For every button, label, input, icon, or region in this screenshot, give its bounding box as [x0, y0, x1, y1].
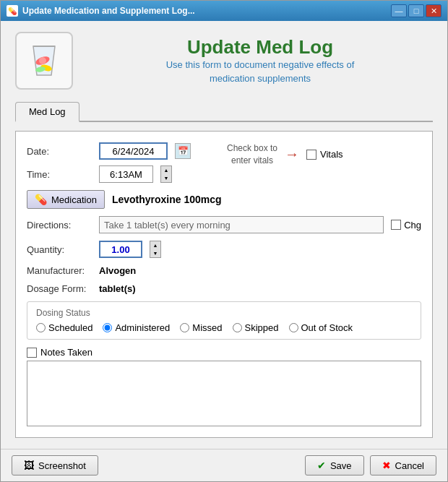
radio-missed-input[interactable] [180, 323, 189, 332]
dosing-radio-row: Scheduled Administered Missed Skipped [36, 322, 412, 333]
window-controls: — □ ✕ [391, 4, 441, 17]
chg-checkbox-label[interactable]: Chg [391, 220, 421, 231]
notes-section: Notes Taken [27, 347, 421, 426]
header-subtitle: Use this form to document negative effec… [166, 59, 355, 85]
tab-med-log[interactable]: Med Log [15, 102, 79, 122]
cancel-button[interactable]: ✖ Cancel [370, 455, 436, 475]
medication-button[interactable]: 💊 Medication [27, 190, 105, 209]
radio-out-of-stock-input[interactable] [289, 323, 298, 332]
time-input[interactable] [99, 165, 153, 183]
notes-taken-checkbox[interactable] [27, 348, 37, 358]
dosage-form-label: Dosage Form: [27, 283, 92, 294]
chg-checkbox[interactable] [391, 220, 401, 230]
save-button[interactable]: ✔ Save [305, 455, 364, 475]
footer: 🖼 Screenshot ✔ Save ✖ Cancel [1, 449, 447, 481]
manufacturer-row: Manufacturer: Alvogen [27, 265, 421, 276]
chg-label: Chg [404, 220, 421, 231]
vitals-checkbox[interactable] [306, 150, 316, 160]
radio-missed[interactable]: Missed [180, 322, 222, 333]
vitals-label: Vitals [320, 149, 343, 160]
app-icon: 💊 [7, 5, 18, 17]
quantity-label: Quantity: [27, 244, 92, 255]
date-label: Date: [27, 146, 92, 157]
date-time-block: Date: 📅 Time: ▲ ▼ [27, 142, 191, 183]
manufacturer-value: Alvogen [99, 265, 136, 276]
cancel-icon: ✖ [382, 460, 391, 471]
dosing-status-title: Dosing Status [36, 308, 412, 318]
radio-administered[interactable]: Administered [103, 322, 170, 333]
quantity-input[interactable] [99, 241, 142, 258]
minimize-button[interactable]: — [391, 4, 407, 17]
main-window: 💊 Update Medication and Supplement Log..… [0, 0, 448, 482]
content-area: Update Med Log Use this form to document… [1, 21, 447, 449]
time-down-arrow[interactable]: ▼ [161, 174, 171, 182]
dosing-status-group: Dosing Status Scheduled Administered Mis… [27, 301, 421, 340]
calendar-icon[interactable]: 📅 [175, 143, 191, 159]
qty-up-arrow[interactable]: ▲ [150, 241, 160, 249]
pill-icon [15, 32, 73, 90]
tab-bar: Med Log [15, 102, 433, 122]
save-icon: ✔ [317, 460, 326, 471]
form-panel: Date: 📅 Time: ▲ ▼ [15, 131, 433, 438]
time-spinner[interactable]: ▲ ▼ [160, 165, 172, 183]
medication-row: 💊 Medication Levothyroxine 100mcg [27, 190, 421, 209]
screenshot-button[interactable]: 🖼 Screenshot [12, 455, 98, 475]
directions-input[interactable] [99, 216, 384, 233]
header-text: Update Med Log Use this form to document… [87, 36, 433, 85]
save-label: Save [330, 460, 352, 471]
radio-scheduled[interactable]: Scheduled [36, 322, 92, 333]
time-up-arrow[interactable]: ▲ [161, 166, 171, 174]
vitals-checkbox-label[interactable]: Vitals [306, 149, 343, 160]
dosage-form-row: Dosage Form: tablet(s) [27, 283, 421, 294]
radio-administered-input[interactable] [103, 323, 112, 332]
time-label: Time: [27, 169, 92, 180]
arrow-icon: → [285, 146, 299, 163]
notes-taken-label[interactable]: Notes Taken [27, 347, 421, 358]
notes-taken-text: Notes Taken [40, 347, 92, 358]
quantity-spinner[interactable]: ▲ ▼ [150, 241, 161, 258]
dosage-form-value: tablet(s) [99, 283, 136, 294]
manufacturer-label: Manufacturer: [27, 265, 92, 276]
medication-name: Levothyroxine 100mcg [112, 194, 222, 205]
quantity-row: Quantity: ▲ ▼ [27, 241, 421, 258]
radio-scheduled-input[interactable] [36, 323, 46, 332]
main-title: Update Med Log [187, 36, 333, 59]
directions-row: Directions: Chg [27, 216, 421, 233]
screenshot-label: Screenshot [38, 460, 86, 471]
radio-skipped[interactable]: Skipped [233, 322, 279, 333]
screenshot-icon: 🖼 [24, 460, 34, 471]
cancel-label: Cancel [395, 460, 424, 471]
maximize-button[interactable]: □ [408, 4, 424, 17]
radio-skipped-input[interactable] [233, 323, 242, 332]
close-button[interactable]: ✕ [426, 4, 441, 17]
qty-down-arrow[interactable]: ▼ [150, 249, 160, 257]
vitals-section: Check box to enter vitals → Vitals [227, 142, 343, 167]
window-title: Update Medication and Supplement Log... [22, 6, 195, 16]
directions-label: Directions: [27, 220, 92, 231]
vitals-note: Check box to enter vitals [227, 142, 277, 167]
radio-out-of-stock[interactable]: Out of Stock [289, 322, 353, 333]
title-bar: 💊 Update Medication and Supplement Log..… [1, 1, 447, 21]
notes-textarea[interactable] [27, 361, 421, 426]
date-input[interactable] [99, 142, 168, 160]
header-section: Update Med Log Use this form to document… [15, 32, 433, 90]
